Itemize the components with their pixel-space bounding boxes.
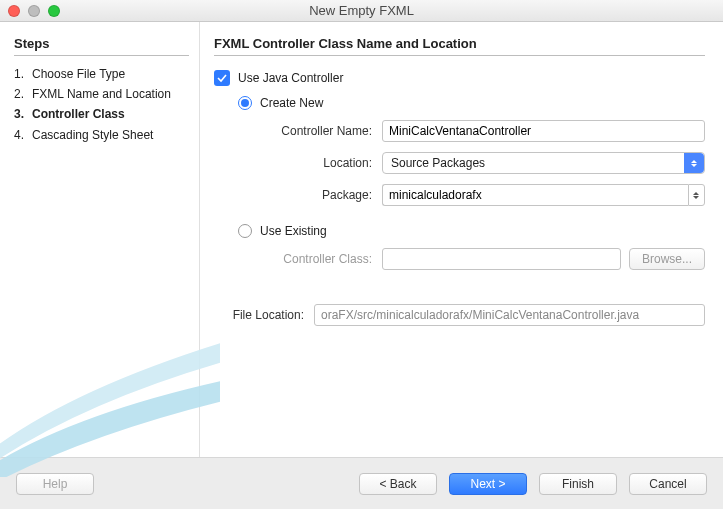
use-java-controller-checkbox[interactable] (214, 70, 230, 86)
steps-sidebar: Steps 1.Choose File Type 2.FXML Name and… (0, 22, 200, 457)
controller-class-input (382, 248, 621, 270)
controller-name-input[interactable] (382, 120, 705, 142)
file-location-row: File Location: (214, 304, 705, 326)
steps-heading: Steps (14, 36, 189, 56)
create-new-row: Create New (238, 96, 705, 110)
finish-button[interactable]: Finish (539, 473, 617, 495)
check-icon (217, 73, 227, 83)
titlebar: New Empty FXML (0, 0, 723, 22)
file-location-label: File Location: (214, 308, 314, 322)
minimize-window-button[interactable] (28, 5, 40, 17)
controller-class-label: Controller Class: (262, 252, 382, 266)
next-button[interactable]: Next > (449, 473, 527, 495)
location-label: Location: (262, 156, 382, 170)
step-controller-class: 3.Controller Class (14, 104, 189, 124)
help-button[interactable]: Help (16, 473, 94, 495)
use-existing-label: Use Existing (260, 224, 327, 238)
create-new-radio[interactable] (238, 96, 252, 110)
cancel-button[interactable]: Cancel (629, 473, 707, 495)
controller-name-label: Controller Name: (262, 124, 382, 138)
step-choose-file-type: 1.Choose File Type (14, 64, 189, 84)
main-heading: FXML Controller Class Name and Location (214, 36, 705, 56)
zoom-window-button[interactable] (48, 5, 60, 17)
use-existing-radio[interactable] (238, 224, 252, 238)
step-cascading-style-sheet: 4.Cascading Style Sheet (14, 125, 189, 145)
use-java-controller-label: Use Java Controller (238, 71, 343, 85)
chevron-updown-icon (684, 153, 704, 173)
file-location-field (314, 304, 705, 326)
create-new-label: Create New (260, 96, 323, 110)
controller-class-row: Controller Class: Browse... (262, 248, 705, 270)
close-window-button[interactable] (8, 5, 20, 17)
browse-button: Browse... (629, 248, 705, 270)
main-panel: FXML Controller Class Name and Location … (200, 22, 723, 457)
package-input[interactable] (382, 184, 688, 206)
location-value: Source Packages (391, 156, 485, 170)
package-label: Package: (262, 188, 382, 202)
use-java-controller-row: Use Java Controller (214, 70, 705, 86)
controller-name-row: Controller Name: (262, 120, 705, 142)
traffic-lights (8, 5, 60, 17)
content: Steps 1.Choose File Type 2.FXML Name and… (0, 22, 723, 457)
footer: Help < Back Next > Finish Cancel (0, 457, 723, 509)
location-row: Location: Source Packages (262, 152, 705, 174)
back-button[interactable]: < Back (359, 473, 437, 495)
steps-list: 1.Choose File Type 2.FXML Name and Locat… (14, 64, 189, 145)
package-row: Package: (262, 184, 705, 206)
step-fxml-name-location: 2.FXML Name and Location (14, 84, 189, 104)
decorative-swoosh (0, 317, 220, 477)
package-combo[interactable] (382, 184, 705, 206)
window-title: New Empty FXML (0, 3, 723, 18)
location-select[interactable]: Source Packages (382, 152, 705, 174)
use-existing-row: Use Existing (238, 224, 705, 238)
chevron-updown-icon (688, 184, 705, 206)
